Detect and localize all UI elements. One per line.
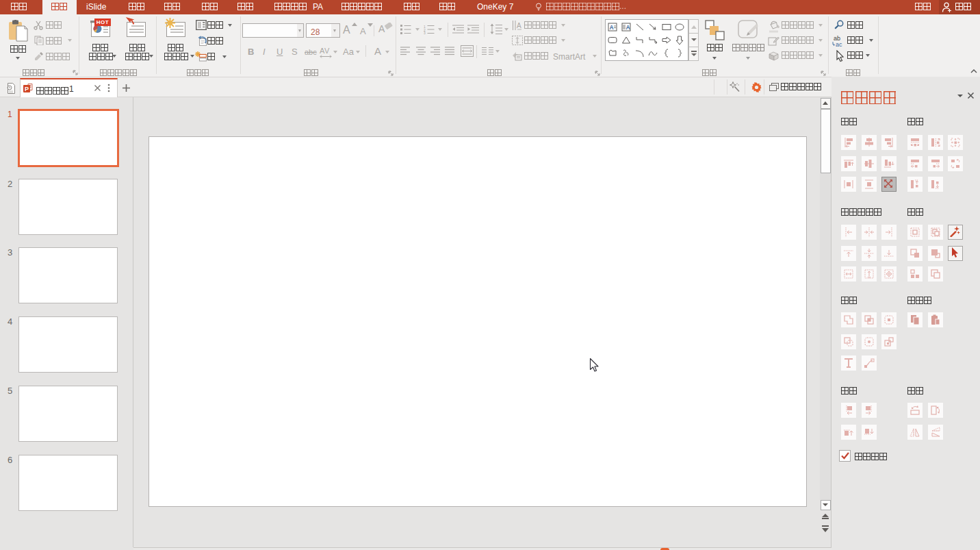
svg-text:3: 3 [424, 31, 426, 34]
svg-text:A: A [610, 24, 614, 31]
svg-text:ac: ac [836, 41, 842, 47]
svg-text:P: P [25, 86, 29, 92]
svg-text:A: A [626, 24, 630, 31]
svg-text:A: A [517, 22, 521, 29]
